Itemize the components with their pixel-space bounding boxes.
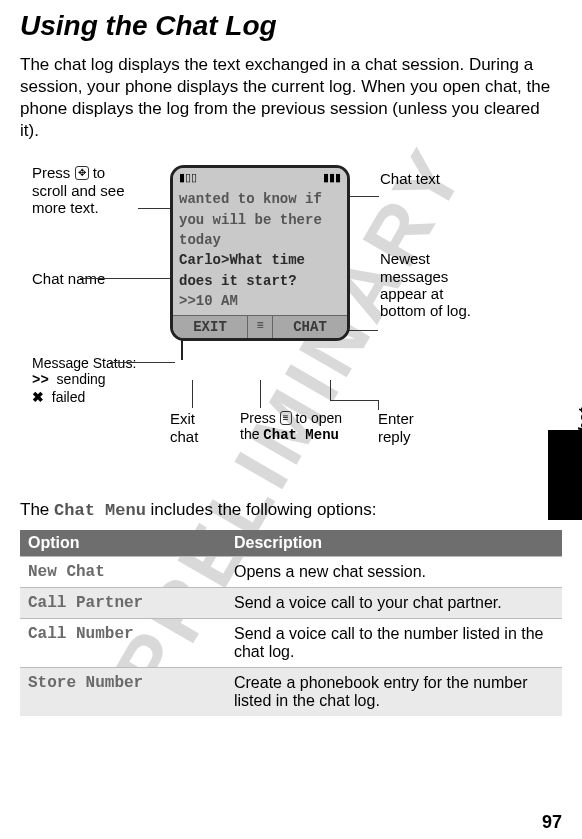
phone-mockup: ▮▯▯ ▮▮▮ wanted to know if you will be th… <box>170 165 350 341</box>
status-failed-symbol: ✖ <box>32 389 44 405</box>
status-failed-label: failed <box>52 389 85 405</box>
signal-icon: ▮▯▯ <box>179 171 197 184</box>
phone-line-5: does it start? <box>179 271 341 291</box>
leader-line <box>192 380 193 408</box>
phone-line-2: you will be there <box>179 210 341 230</box>
status-sending-row: >> sending <box>32 371 167 388</box>
page-content: Using the Chat Log The chat log displays… <box>0 0 582 716</box>
chat-menu-paragraph: The Chat Menu includes the following opt… <box>20 500 562 520</box>
option-desc: Opens a new chat session. <box>226 557 562 588</box>
page-number: 97 <box>542 812 562 833</box>
option-name: New Chat <box>20 557 226 588</box>
table-header-option: Option <box>20 530 226 557</box>
option-name: Store Number <box>20 668 226 717</box>
phone-line-3: today <box>179 230 341 250</box>
battery-icon: ▮▮▮ <box>323 171 341 184</box>
annot-press-scroll: Press ✥ to scroll and see more text. <box>32 164 142 216</box>
annot-enter-reply: Enter reply <box>378 410 448 445</box>
table-row: Store Number Create a phonebook entry fo… <box>20 668 562 717</box>
leader-line <box>330 400 378 401</box>
softkey-chat[interactable]: CHAT <box>273 316 347 338</box>
phone-screen: wanted to know if you will be there toda… <box>173 187 347 315</box>
option-desc: Send a voice call to the number listed i… <box>226 619 562 668</box>
annot-chat-text: Chat text <box>380 170 470 187</box>
options-table: Option Description New Chat Opens a new … <box>20 530 562 716</box>
leader-line <box>378 400 379 410</box>
annot-press-menu-a: Press <box>240 410 280 426</box>
annot-press-scroll-a: Press <box>32 164 75 181</box>
intro-paragraph: The chat log displays the text exchanged… <box>20 54 562 142</box>
table-header-row: Option Description <box>20 530 562 557</box>
phone-statusbar: ▮▯▯ ▮▮▮ <box>173 168 347 187</box>
table-row: Call Partner Send a voice call to your c… <box>20 588 562 619</box>
table-row: Call Number Send a voice call to the num… <box>20 619 562 668</box>
para2-c: includes the following options: <box>146 500 377 519</box>
table-header-description: Description <box>226 530 562 557</box>
phone-softkeys: EXIT ≡ CHAT <box>173 315 347 338</box>
annot-message-status-title: Message Status: <box>32 355 167 371</box>
phone-line-4: Carlo>What time <box>179 250 341 270</box>
softkey-menu[interactable]: ≡ <box>247 316 273 338</box>
status-failed-row: ✖ failed <box>32 389 167 405</box>
option-desc: Create a phonebook entry for the number … <box>226 668 562 717</box>
annot-exit-chat: Exit chat <box>170 410 220 445</box>
option-desc: Send a voice call to your chat partner. <box>226 588 562 619</box>
table-row: New Chat Opens a new chat session. <box>20 557 562 588</box>
chat-log-diagram: Press ✥ to scroll and see more text. Cha… <box>20 160 562 490</box>
option-name: Call Number <box>20 619 226 668</box>
annot-press-menu-c: Chat Menu <box>263 427 339 443</box>
option-name: Call Partner <box>20 588 226 619</box>
leader-line <box>330 380 331 400</box>
status-sending-symbol: >> <box>32 372 49 388</box>
softkey-exit[interactable]: EXIT <box>173 316 247 338</box>
menu-key-icon: ≡ <box>280 411 292 425</box>
annot-newest-messages: Newest messages appear at bottom of log. <box>380 250 490 319</box>
phone-line-6: >>10 AM <box>179 291 341 311</box>
para2-b: Chat Menu <box>54 501 146 520</box>
page-title: Using the Chat Log <box>20 10 562 42</box>
phone-line-1: wanted to know if <box>179 189 341 209</box>
para2-a: The <box>20 500 54 519</box>
annot-press-menu: Press ≡ to open the Chat Menu <box>240 410 360 443</box>
dpad-icon: ✥ <box>75 166 89 180</box>
leader-line <box>260 380 261 408</box>
status-sending-label: sending <box>57 371 106 387</box>
leader-line <box>110 362 175 363</box>
